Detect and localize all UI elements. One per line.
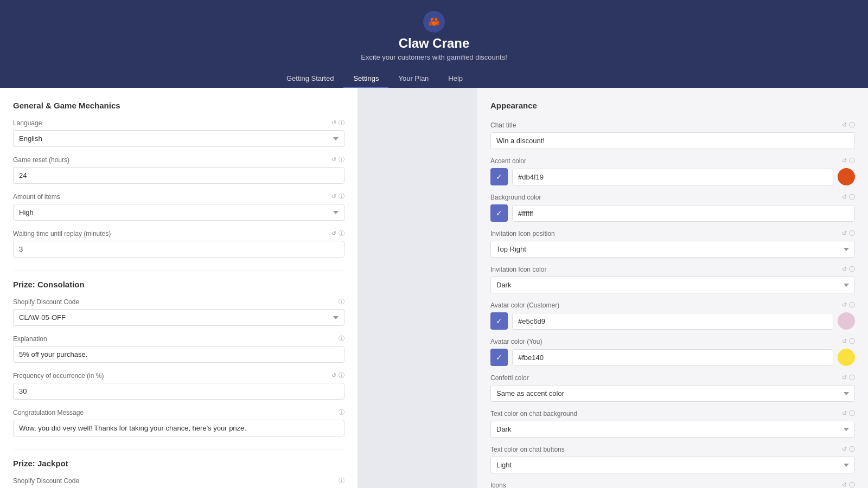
confetti-reset-icon[interactable]: ↺: [842, 374, 847, 381]
game-reset-info-icon[interactable]: ⓘ: [339, 156, 344, 164]
text-chat-btn-reset-icon[interactable]: ↺: [842, 446, 847, 453]
text-chat-btn-select[interactable]: Light: [490, 457, 855, 473]
game-reset-field: Game reset (hours) ↺ ⓘ: [13, 156, 344, 184]
waiting-time-reset-icon[interactable]: ↺: [331, 230, 336, 237]
consolation-explanation-info-icon[interactable]: ⓘ: [339, 335, 344, 343]
amount-items-info-icon[interactable]: ⓘ: [339, 192, 344, 201]
avatar-customer-swatch[interactable]: [838, 312, 855, 330]
text-chat-bg-field: Text color on chat background ↺ ⓘ Dark: [490, 409, 855, 438]
consolation-frequency-input[interactable]: [13, 383, 344, 400]
avatar-you-reset-icon[interactable]: ↺: [842, 338, 847, 345]
background-color-input[interactable]: [513, 206, 854, 221]
amount-items-reset-icon[interactable]: ↺: [331, 193, 336, 200]
avatar-you-input[interactable]: [513, 350, 833, 365]
text-chat-btn-info-icon[interactable]: ⓘ: [849, 445, 855, 453]
tab-help[interactable]: Help: [438, 70, 473, 88]
consolation-explanation-input[interactable]: [13, 346, 344, 363]
avatar-you-label: Avatar color (You) ↺ ⓘ: [490, 337, 855, 345]
jackpot-section: Prize: Jackpot Shopify Discount Code ⓘ J…: [13, 450, 344, 488]
tab-settings[interactable]: Settings: [343, 70, 388, 88]
game-reset-reset-icon[interactable]: ↺: [331, 156, 336, 163]
invitation-icon-color-info-icon[interactable]: ⓘ: [849, 265, 855, 273]
language-label: Language ↺ ⓘ: [13, 119, 344, 127]
accent-color-field: Accent color ↺ ⓘ ✓: [490, 157, 855, 185]
confetti-info-icon[interactable]: ⓘ: [849, 374, 855, 382]
game-reset-input[interactable]: [13, 167, 344, 184]
waiting-time-info-icon[interactable]: ⓘ: [339, 229, 344, 237]
accent-color-label: Accent color ↺ ⓘ: [490, 157, 855, 165]
avatar-customer-check-btn[interactable]: ✓: [490, 312, 508, 330]
avatar-you-field-row: ✓: [490, 349, 855, 366]
accent-color-input[interactable]: [513, 169, 833, 185]
avatar-you-info-icon[interactable]: ⓘ: [849, 337, 855, 345]
language-field: Language ↺ ⓘ English: [13, 119, 344, 147]
avatar-customer-input[interactable]: [513, 313, 833, 329]
text-chat-bg-label: Text color on chat background ↺ ⓘ: [490, 409, 855, 418]
logo: 🦀: [423, 11, 445, 33]
avatar-customer-field: Avatar color (Customer) ↺ ⓘ ✓: [490, 301, 855, 330]
tab-your-plan[interactable]: Your Plan: [388, 70, 438, 88]
invitation-icon-color-select[interactable]: Dark: [490, 277, 855, 293]
avatar-customer-reset-icon[interactable]: ↺: [842, 301, 847, 309]
confetti-select[interactable]: Same as accent color: [490, 385, 855, 402]
jackpot-discount-label: Shopify Discount Code ⓘ: [13, 477, 344, 485]
accent-color-reset-icon[interactable]: ↺: [842, 157, 847, 164]
invitation-icon-color-field: Invitation Icon color ↺ ⓘ Dark: [490, 265, 855, 293]
text-chat-bg-info-icon[interactable]: ⓘ: [849, 409, 855, 418]
invitation-icon-position-reset-icon[interactable]: ↺: [842, 230, 847, 237]
text-chat-btn-field: Text color on chat buttons ↺ ⓘ Light: [490, 445, 855, 473]
confetti-label: Confetti color ↺ ⓘ: [490, 374, 855, 382]
consolation-explanation-label: Explanation ⓘ: [13, 335, 344, 343]
svg-text:🦀: 🦀: [428, 16, 441, 28]
consolation-frequency-info-icon[interactable]: ⓘ: [339, 371, 344, 380]
icons-info-icon[interactable]: ⓘ: [849, 481, 855, 488]
consolation-discount-info-icon[interactable]: ⓘ: [339, 298, 344, 306]
app-title: Claw Crane: [0, 36, 868, 51]
chat-title-input[interactable]: [490, 132, 855, 149]
consolation-discount-label: Shopify Discount Code ⓘ: [13, 298, 344, 306]
accent-color-info-icon[interactable]: ⓘ: [849, 157, 855, 165]
invitation-icon-color-reset-icon[interactable]: ↺: [842, 266, 847, 273]
language-select[interactable]: English: [13, 130, 344, 147]
avatar-customer-info-icon[interactable]: ⓘ: [849, 301, 855, 309]
icons-label: Icons ↺ ⓘ: [490, 481, 855, 488]
background-color-field-row: ✓: [490, 204, 855, 222]
avatar-you-swatch[interactable]: [838, 349, 855, 366]
consolation-congrats-input[interactable]: [13, 420, 344, 436]
jackpot-section-title: Prize: Jackpot: [13, 459, 344, 468]
appearance-title: Appearance: [490, 101, 855, 110]
section-general-title: General & Game Mechanics: [13, 101, 344, 110]
text-chat-bg-reset-icon[interactable]: ↺: [842, 410, 847, 417]
consolation-discount-field: Shopify Discount Code ⓘ CLAW-05-OFF: [13, 298, 344, 326]
amount-items-label: Amount of items ↺ ⓘ: [13, 192, 344, 201]
chat-title-info-icon[interactable]: ⓘ: [849, 121, 855, 129]
middle-spacer: [358, 88, 477, 488]
right-panel: Appearance Chat title ↺ ⓘ Accent color ↺…: [477, 88, 868, 488]
invitation-icon-position-select[interactable]: Top Right: [490, 241, 855, 258]
waiting-time-input[interactable]: [13, 241, 344, 258]
icons-reset-icon[interactable]: ↺: [842, 481, 847, 488]
consolation-congrats-info-icon[interactable]: ⓘ: [339, 408, 344, 416]
language-reset-icon[interactable]: ↺: [331, 119, 336, 126]
jackpot-discount-info-icon[interactable]: ⓘ: [339, 477, 344, 485]
consolation-congrats-label: Congratulation Message ⓘ: [13, 408, 344, 416]
text-chat-btn-label: Text color on chat buttons ↺ ⓘ: [490, 445, 855, 453]
text-chat-bg-select[interactable]: Dark: [490, 421, 855, 438]
background-color-reset-icon[interactable]: ↺: [842, 194, 847, 201]
main-layout: General & Game Mechanics Language ↺ ⓘ En…: [0, 88, 868, 488]
consolation-frequency-reset-icon[interactable]: ↺: [331, 372, 336, 379]
chat-title-reset-icon[interactable]: ↺: [842, 121, 847, 129]
amount-items-select[interactable]: High: [13, 204, 344, 221]
consolation-discount-select[interactable]: CLAW-05-OFF: [13, 309, 344, 326]
accent-color-swatch[interactable]: [838, 168, 855, 185]
tab-getting-started[interactable]: Getting Started: [277, 70, 343, 88]
background-color-info-icon[interactable]: ⓘ: [849, 193, 855, 201]
accent-color-check-btn[interactable]: ✓: [490, 168, 508, 185]
chat-title-label: Chat title ↺ ⓘ: [490, 121, 855, 129]
background-color-label: Background color ↺ ⓘ: [490, 193, 855, 201]
header: 🦀 Claw Crane Excite your customers with …: [0, 0, 868, 88]
language-info-icon[interactable]: ⓘ: [339, 119, 344, 127]
invitation-icon-position-info-icon[interactable]: ⓘ: [849, 229, 855, 237]
avatar-you-check-btn[interactable]: ✓: [490, 349, 508, 366]
background-color-check-btn[interactable]: ✓: [490, 204, 508, 222]
